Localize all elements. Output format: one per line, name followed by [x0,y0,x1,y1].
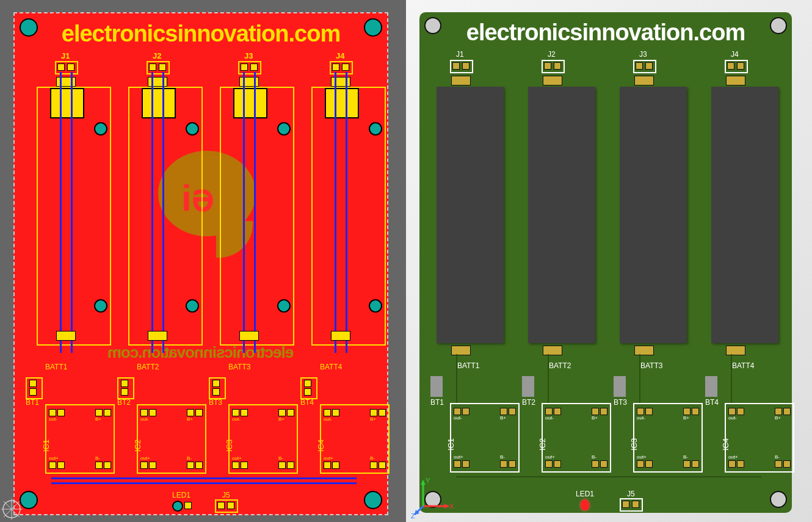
pad-icon [737,460,744,468]
pad-icon [462,62,469,70]
pad-icon [278,462,286,469]
pad-icon [104,462,111,469]
pin-label: B- [683,454,688,460]
trace [151,72,153,353]
pad-icon [726,346,745,355]
pad-icon [692,408,699,415]
pad-icon [692,460,699,468]
pad-icon [500,408,507,415]
pad-icon [49,409,56,416]
ic-label: IC4 [316,440,325,452]
pad-icon [29,380,37,387]
conn-label: J1 [456,50,464,59]
led-label: LED1 [172,491,190,499]
pin-label: B- [187,455,192,461]
pad-icon [683,408,691,415]
pad-icon [56,331,76,341]
bt-chip-icon [522,376,534,397]
pin-label: out+ [545,454,555,460]
bt-label: BT4 [300,398,314,407]
pad-icon [342,63,349,71]
pin-label: B- [370,455,375,461]
pad-icon [737,62,744,70]
conn-label: J4 [731,50,739,59]
mount-hole-icon [424,17,441,34]
trace [346,72,347,353]
pad-icon [121,388,128,396]
via-icon [277,122,291,136]
pad-icon [278,409,286,416]
pad-icon [454,408,461,415]
pcb-board-layout: electronicsinnovation.com iə electronics… [13,12,388,515]
pad-icon [232,462,239,469]
pad-icon [634,346,654,355]
via-icon [94,299,107,313]
pad-icon [645,62,653,70]
pin-label: B+ [95,416,101,422]
conn-label: J3 [639,50,647,59]
mount-hole-icon [364,491,382,509]
pad-icon [250,63,258,71]
pin-label: out+ [324,455,333,461]
mount-hole-icon [364,18,382,37]
pad-icon [331,331,350,341]
batt-label: BATT1 [457,361,479,370]
pin-label: B- [592,454,596,460]
pad-icon [241,409,248,416]
trace [71,72,73,353]
pad-icon [454,460,461,468]
brand-title-top: electronicsinnovation.com [15,21,387,47]
pad-icon [217,502,225,509]
pad-icon [332,63,339,71]
pin-label: out- [454,415,462,421]
pad-icon [184,502,192,509]
pad-icon [95,462,103,469]
pin-label: out+ [140,455,150,461]
pad-icon [370,409,377,416]
via-icon [277,299,291,313]
pad-icon [636,62,643,70]
pad-icon [332,409,339,416]
ic-label: IC4 [721,438,730,451]
pad-icon [634,76,654,85]
pin-label: B+ [775,415,781,421]
pad-icon [140,409,148,416]
pad-icon [332,462,339,469]
pad-icon [637,460,644,468]
brand-title-3d: electronicsinnovation.com [419,20,792,46]
batt-label: BATT2 [137,363,159,371]
pin-label: out- [728,415,737,421]
pad-icon [232,409,239,416]
batt-label: BATT3 [640,361,662,370]
bt-label: BT1 [26,398,39,407]
ic-label: IC2 [538,438,547,451]
pad-icon [149,462,156,469]
trace [60,72,62,353]
pad-icon [104,409,111,416]
pad-icon [775,408,782,415]
pad-icon [227,502,234,509]
pad-icon [726,76,745,85]
pad-icon [212,388,220,396]
pad-icon [683,460,691,468]
bt-chip-icon [614,376,626,397]
pin-label: out- [232,416,241,422]
battery-3d-icon [620,87,687,343]
svg-text:X: X [449,502,454,510]
pad-icon [728,408,736,415]
mount-hole-icon [20,491,38,509]
pad-icon [241,462,248,469]
pad-icon [324,462,331,469]
pad-icon [600,408,607,415]
ic-label: IC3 [225,440,234,452]
pad-icon [727,62,734,70]
pin-label: B- [500,454,505,460]
pad-icon [543,346,562,355]
pin-label: B+ [278,416,285,422]
pin-label: B+ [592,415,598,421]
trace [162,72,164,353]
pad-icon [554,62,561,70]
svg-text:Z: Z [411,512,415,518]
pad-icon [304,388,311,396]
pad-icon [637,408,644,415]
